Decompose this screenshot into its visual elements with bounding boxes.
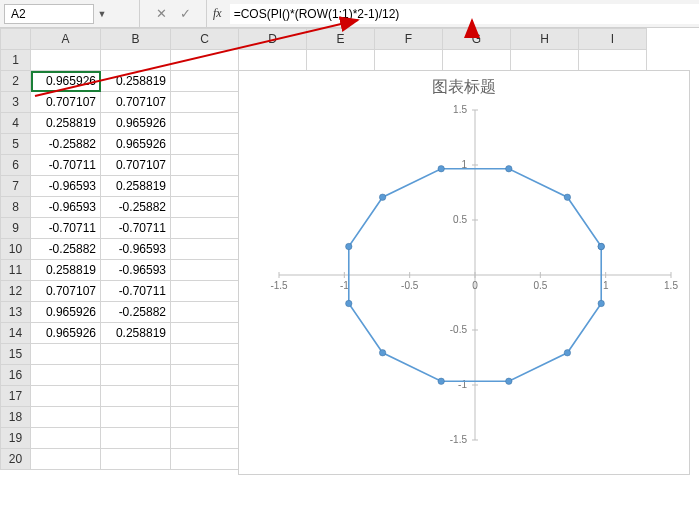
cell[interactable]: -0.70711 <box>31 155 101 176</box>
cell[interactable]: -0.96593 <box>31 197 101 218</box>
row-header[interactable]: 8 <box>1 197 31 218</box>
cell[interactable] <box>31 407 101 428</box>
cancel-icon[interactable]: ✕ <box>154 6 168 21</box>
row-header[interactable]: 2 <box>1 71 31 92</box>
cell[interactable] <box>171 239 239 260</box>
cell[interactable] <box>171 197 239 218</box>
col-header[interactable]: I <box>579 29 647 50</box>
row-header[interactable]: 5 <box>1 134 31 155</box>
confirm-icon[interactable]: ✓ <box>178 6 192 21</box>
formula-input[interactable] <box>230 4 699 24</box>
cell[interactable] <box>171 113 239 134</box>
cell[interactable] <box>171 134 239 155</box>
cell[interactable]: -0.96593 <box>101 239 171 260</box>
select-all[interactable] <box>1 29 31 50</box>
cell[interactable]: 0.707107 <box>31 281 101 302</box>
row-header[interactable]: 20 <box>1 449 31 470</box>
cell[interactable]: 0.258819 <box>101 71 171 92</box>
row-header[interactable]: 1 <box>1 50 31 71</box>
cell[interactable] <box>171 449 239 470</box>
cell[interactable]: -0.96593 <box>31 176 101 197</box>
cell[interactable] <box>171 407 239 428</box>
cell[interactable] <box>31 428 101 449</box>
col-header[interactable]: H <box>511 29 579 50</box>
chart-title[interactable]: 图表标题 <box>239 71 689 100</box>
col-header[interactable]: D <box>239 29 307 50</box>
row-header[interactable]: 12 <box>1 281 31 302</box>
cell[interactable] <box>31 449 101 470</box>
cell[interactable] <box>375 50 443 71</box>
cell[interactable]: 0.707107 <box>31 92 101 113</box>
row-header[interactable]: 13 <box>1 302 31 323</box>
name-box[interactable]: A2 <box>4 4 94 24</box>
cell[interactable]: 0.707107 <box>101 155 171 176</box>
cell[interactable]: 0.965926 <box>31 323 101 344</box>
cell[interactable] <box>101 386 171 407</box>
cell[interactable] <box>171 92 239 113</box>
cell[interactable]: -0.25882 <box>31 134 101 155</box>
row-header[interactable]: 16 <box>1 365 31 386</box>
cell[interactable] <box>31 344 101 365</box>
cell[interactable]: 0.258819 <box>31 260 101 281</box>
cell[interactable] <box>171 323 239 344</box>
row-header[interactable]: 18 <box>1 407 31 428</box>
cell[interactable] <box>101 407 171 428</box>
cell[interactable]: 0.258819 <box>31 113 101 134</box>
row-header[interactable]: 14 <box>1 323 31 344</box>
cell[interactable] <box>171 344 239 365</box>
row-header[interactable]: 9 <box>1 218 31 239</box>
cell[interactable]: -0.70711 <box>31 218 101 239</box>
cell[interactable]: -0.70711 <box>101 281 171 302</box>
row-header[interactable]: 6 <box>1 155 31 176</box>
cell[interactable]: 0.965926 <box>101 113 171 134</box>
cell[interactable] <box>101 344 171 365</box>
row-header[interactable]: 7 <box>1 176 31 197</box>
cell[interactable] <box>101 365 171 386</box>
cell[interactable] <box>171 386 239 407</box>
col-header[interactable]: G <box>443 29 511 50</box>
cell[interactable]: -0.25882 <box>101 197 171 218</box>
fx-label[interactable]: fx <box>207 6 230 21</box>
col-header[interactable]: B <box>101 29 171 50</box>
dropdown-icon[interactable]: ▼ <box>96 9 108 19</box>
cell[interactable] <box>31 365 101 386</box>
cell[interactable]: 0.965926 <box>31 71 101 92</box>
cell[interactable] <box>239 50 307 71</box>
cell[interactable] <box>171 302 239 323</box>
chart[interactable]: 图表标题 -1.5-1-0.500.511.5-1.5-1-0.50.511.5 <box>238 70 690 475</box>
row-header[interactable]: 4 <box>1 113 31 134</box>
cell[interactable] <box>171 50 239 71</box>
cell[interactable] <box>101 449 171 470</box>
cell[interactable] <box>101 50 171 71</box>
cell[interactable] <box>579 50 647 71</box>
cell[interactable] <box>171 428 239 449</box>
cell[interactable] <box>171 71 239 92</box>
cell[interactable] <box>307 50 375 71</box>
col-header[interactable]: C <box>171 29 239 50</box>
cell[interactable] <box>171 218 239 239</box>
cell[interactable]: 0.965926 <box>101 134 171 155</box>
cell[interactable]: -0.25882 <box>31 239 101 260</box>
cell[interactable] <box>101 428 171 449</box>
cell[interactable] <box>171 365 239 386</box>
cell[interactable]: 0.258819 <box>101 176 171 197</box>
row-header[interactable]: 19 <box>1 428 31 449</box>
cell[interactable]: -0.70711 <box>101 218 171 239</box>
cell[interactable] <box>171 176 239 197</box>
cell[interactable] <box>31 386 101 407</box>
col-header[interactable]: F <box>375 29 443 50</box>
cell[interactable]: 0.707107 <box>101 92 171 113</box>
cell[interactable] <box>171 155 239 176</box>
cell[interactable]: 0.965926 <box>31 302 101 323</box>
row-header[interactable]: 15 <box>1 344 31 365</box>
cell[interactable] <box>171 281 239 302</box>
cell[interactable] <box>443 50 511 71</box>
cell[interactable]: 0.258819 <box>101 323 171 344</box>
cell[interactable] <box>171 260 239 281</box>
col-header[interactable]: A <box>31 29 101 50</box>
worksheet[interactable]: A B C D E F G H I 120.9659260.25881930.7… <box>0 28 699 506</box>
col-header[interactable]: E <box>307 29 375 50</box>
cell[interactable] <box>31 50 101 71</box>
row-header[interactable]: 3 <box>1 92 31 113</box>
cell[interactable]: -0.25882 <box>101 302 171 323</box>
